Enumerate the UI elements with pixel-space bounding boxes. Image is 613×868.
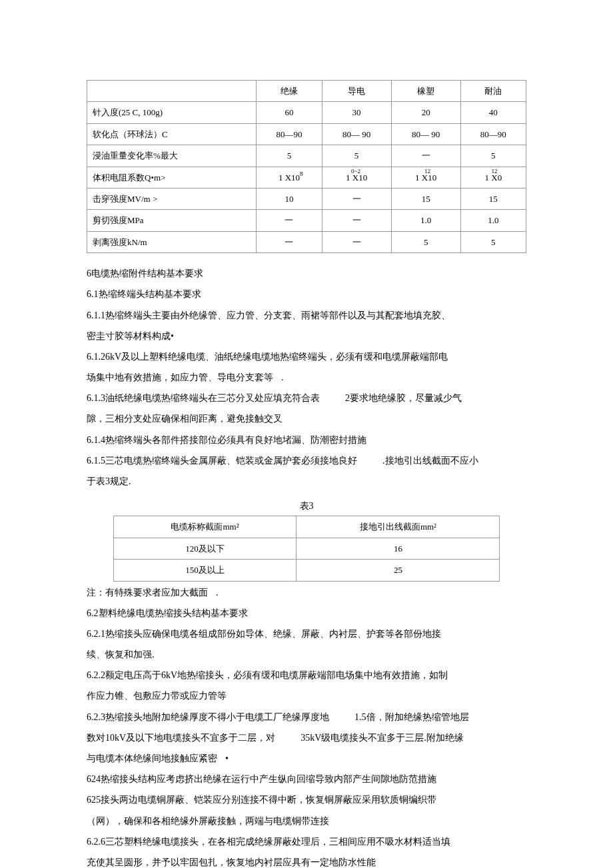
cell: 80— 90	[322, 123, 391, 145]
cell: 一	[257, 231, 322, 252]
cell: 16	[297, 538, 500, 559]
table-row: 浸油重量变化率%最大 5 5 一 5	[87, 145, 526, 167]
cell: 80— 90	[391, 123, 460, 145]
para-6-2-3c: 与电缆本体绝缘间地接触应紧密•	[87, 750, 526, 767]
para-6-1-3: 6.1.3油纸绝缘电缆热缩终端头在三芯分叉处应填充符合表2要求地绝缘胶，尽量减少…	[87, 390, 526, 406]
table-row: 针入度(25 C, 100g) 60 30 20 40	[87, 102, 526, 123]
header-ground-wire-section: 接地引出线截面mm²	[297, 516, 500, 538]
cell: 1.0	[460, 210, 526, 231]
para-6-1-2b: 场集中地有效措施，如应力管、导电分支套等.	[87, 369, 526, 386]
para-6-2-1b: 续、恢复和加强.	[87, 646, 526, 663]
cell: 80—90	[460, 123, 526, 145]
cell: 1 X100~2	[322, 167, 391, 188]
para-6-1-1: 6.1.1热缩终端头主要由外绝缘管、应力管、分支套、雨裙等部件以及与其配套地填充…	[87, 307, 526, 324]
cell: 20	[391, 102, 460, 123]
cell: 25	[297, 560, 500, 581]
row-label: 针入度(25 C, 100g)	[87, 102, 257, 123]
cell: 一	[322, 231, 391, 252]
header-insulation: 绝缘	[257, 81, 322, 102]
heading-6: 6电缆热缩附件结构基本要求	[87, 265, 526, 282]
table3-caption: 表3	[87, 498, 526, 514]
table-row: 150及以上 25	[113, 560, 500, 581]
row-label: 剪切强度MPa	[87, 210, 257, 231]
para-6-2-2b: 作应力锥、包敷应力带或应力管等	[87, 687, 526, 704]
para-6-1-1b: 密圭寸胶等材料构成•	[87, 328, 526, 344]
cell: 1 X012	[460, 167, 526, 188]
header-rubber-plastic: 橡塑	[391, 81, 460, 102]
cell: 80—90	[257, 123, 322, 145]
header-conductive: 导电	[322, 81, 391, 102]
cell: 一	[322, 210, 391, 231]
heading-6-1: 6.1热缩终端头结构基本要求	[87, 286, 526, 302]
grounding-wire-table: 电缆标称截面mm² 接地引出线截面mm² 120及以下 16 150及以上 25	[113, 516, 500, 581]
para-6-2-3: 6.2.3热缩接头地附加绝缘厚度不得小于电缆工厂绝缘厚度地1.5倍，附加绝缘热缩…	[87, 709, 526, 725]
table3-note: 注：有特殊要求者应加大截面.	[87, 584, 526, 601]
section-6: 6电缆热缩附件结构基本要求 6.1热缩终端头结构基本要求 6.1.1热缩终端头主…	[87, 265, 526, 490]
cell: 15	[391, 188, 460, 209]
row-label: 浸油重量变化率%最大	[87, 145, 257, 167]
section-6-2: 6.2塑料绝缘电缆热缩接头结构基本要求 6.2.1热缩接头应确保电缆各组成部份如…	[87, 605, 526, 868]
heading-6-2: 6.2塑料绝缘电缆热缩接头结构基本要求	[87, 605, 526, 622]
table-row: 击穿强度MV/m > 10 一 15 15	[87, 188, 526, 209]
cell: 10	[257, 188, 322, 209]
table-row: 体积电阻系数Q•m> 1 X108 1 X100~2 1 X1012 1 X01…	[87, 167, 526, 188]
para-6-2-2: 6.2.2额定电压高于6kV地热缩接头，必须有缓和电缆屏蔽端部电场集中地有效措施…	[87, 667, 526, 683]
para-6-1-2: 6.1.26kV及以上塑料绝缘电缆、油纸绝缘电缆地热缩终端头，必须有缓和电缆屏蔽…	[87, 348, 526, 365]
cell: 一	[257, 210, 322, 231]
header-oil-resistant: 耐油	[460, 81, 526, 102]
cell: 一	[391, 145, 460, 167]
header-blank	[87, 81, 257, 102]
table-row: 软化点（环球法）C 80—90 80— 90 80— 90 80—90	[87, 123, 526, 145]
para-6-2-3b: 数对10kV及以下地电缆接头不宜多于二层，对35kV级电缆接头不宜多于三层.附加…	[87, 729, 526, 746]
cell: 5	[391, 231, 460, 252]
para-6-2-1: 6.2.1热缩接头应确保电缆各组成部份如导体、绝缘、屏蔽、内衬层、护套等各部份地…	[87, 626, 526, 642]
table-row: 剪切强度MPa 一 一 1.0 1.0	[87, 210, 526, 231]
cell: 120及以下	[113, 538, 297, 559]
cell: 150及以上	[113, 560, 297, 581]
table-header-row: 绝缘 导电 橡塑 耐油	[87, 81, 526, 102]
para-6-2-6b: 充使其呈圆形，并予以牢固包扎，恢复地内衬层应具有一定地防水性能	[87, 854, 526, 868]
cell: 40	[460, 102, 526, 123]
para-6-2-6: 6.2.6三芯塑料绝缘电缆接头，在各相完成绝缘屏蔽处理后，三相间应用不吸水材料适…	[87, 833, 526, 850]
row-label: 击穿强度MV/m >	[87, 188, 257, 209]
header-cable-section: 电缆标称截面mm²	[113, 516, 297, 538]
para-6-2-4: 624热缩接头结构应考虑挤出绝缘在运行中产生纵向回缩导致内部产生间隙地防范措施	[87, 771, 526, 787]
material-properties-table: 绝缘 导电 橡塑 耐油 针入度(25 C, 100g) 60 30 20 40 …	[87, 80, 526, 253]
cell: 5	[257, 145, 322, 167]
cell: 5	[322, 145, 391, 167]
cell: 5	[460, 231, 526, 252]
table-row: 剥离强度kN/m 一 一 5 5	[87, 231, 526, 252]
cell: 一	[322, 188, 391, 209]
row-label: 体积电阻系数Q•m>	[87, 167, 257, 188]
para-6-1-5: 6.1.5三芯电缆热缩终端头金属屏蔽、铠装或金属护套必须接地良好.接地引出线截面…	[87, 452, 526, 469]
para-6-2-5b: （网），确保和各相绝缘外屏蔽接触，两端与电缆铜带连接	[87, 813, 526, 829]
para-6-2-5: 625接头两边电缆铜屏蔽、铠装应分别连接不得中断，恢复铜屏蔽应采用软质铜编织带	[87, 791, 526, 808]
cell: 15	[460, 188, 526, 209]
para-6-1-5b: 于表3规定.	[87, 473, 526, 490]
cell: 1 X1012	[391, 167, 460, 188]
cell: 60	[257, 102, 322, 123]
para-6-1-4: 6.1.4热缩终端头各部件搭接部位必须具有良好地堵漏、防潮密封措施	[87, 432, 526, 448]
row-label: 软化点（环球法）C	[87, 123, 257, 145]
row-label: 剥离强度kN/m	[87, 231, 257, 252]
para-6-1-3b: 隙，三相分支处应确保相间距离，避免接触交叉	[87, 410, 526, 427]
table-header-row: 电缆标称截面mm² 接地引出线截面mm²	[113, 516, 500, 538]
cell: 30	[322, 102, 391, 123]
cell: 1 X108	[257, 167, 322, 188]
table-row: 120及以下 16	[113, 538, 500, 559]
cell: 1.0	[391, 210, 460, 231]
cell: 5	[460, 145, 526, 167]
